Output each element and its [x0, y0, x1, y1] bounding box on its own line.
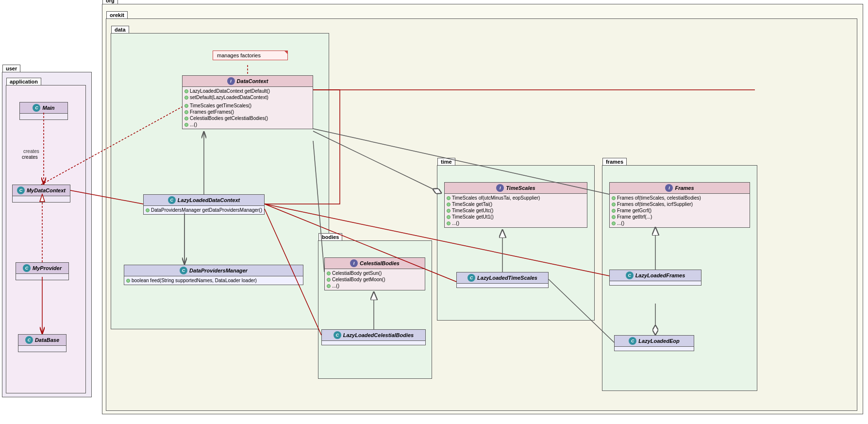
Frames-method-1: Frames of(timeScales, icrfSupplier): [612, 201, 748, 207]
LazyLoadedCelestialBodies-name: LazyLoadedCelestialBodies: [343, 332, 414, 338]
TimeScales-method-2: TimeScale getUtc(): [447, 207, 585, 214]
dot: [327, 284, 331, 288]
class-DataProvidersManager-header: C DataProvidersManager: [124, 265, 303, 276]
TimeScales-stereotype: I: [496, 184, 504, 192]
LazyLoadedCelestialBodies-stereotype: C: [334, 331, 341, 339]
class-Main-body: [20, 114, 67, 119]
TimeScales-name: TimeScales: [506, 185, 535, 191]
class-DataProvidersManager-body: boolean feed(String supportedNames, Data…: [124, 276, 303, 285]
TimeScales-method-3: TimeScale getUt1(): [447, 214, 585, 220]
class-TimeScales-header: I TimeScales: [445, 183, 587, 194]
CelestialBodies-method-1: CelestialBody getMoon(): [327, 276, 423, 283]
class-DataProvidersManager: C DataProvidersManager boolean feed(Stri…: [124, 265, 303, 285]
class-LazyLoadedDataContext: C LazyLoadedDataContext DataProvidersMan…: [143, 194, 265, 215]
DataContext-method-3: Frames getFrames(): [184, 109, 311, 115]
class-DataContext: I DataContext LazyLoadedDataContext getD…: [182, 75, 313, 129]
class-Frames-body: Frames of(timeScales, celestialBodies) F…: [610, 194, 750, 227]
dot: [612, 209, 616, 213]
class-MyProvider-header: C MyProvider: [16, 263, 68, 274]
DataContext-method-1: setDefault(LazyLoadedDataContext): [184, 94, 311, 101]
package-user-label: user: [2, 65, 20, 72]
class-CelestialBodies: I CelestialBodies CelestialBody getSun()…: [324, 257, 425, 290]
LazyLoadedTimeScales-stereotype: C: [467, 274, 475, 282]
dot: [327, 278, 331, 282]
dot: [612, 203, 616, 206]
MyDataContext-stereotype: C: [17, 187, 25, 194]
dot: [184, 96, 188, 100]
CelestialBodies-stereotype: I: [350, 259, 358, 267]
DataProvidersManager-name: DataProvidersManager: [189, 268, 248, 273]
dot: [447, 215, 451, 219]
class-TimeScales: I TimeScales TimeScales of(utcMinusTai, …: [444, 182, 587, 228]
dot: [126, 279, 130, 283]
MyProvider-name: MyProvider: [33, 265, 62, 271]
dot: [447, 196, 451, 200]
dot: [327, 271, 331, 275]
class-TimeScales-body: TimeScales of(utcMinusTai, eopSupplier) …: [445, 194, 587, 227]
TimeScales-method-0: TimeScales of(utcMinusTai, eopSupplier): [447, 195, 585, 201]
class-Main: C Main: [19, 102, 68, 120]
dot: [612, 215, 616, 219]
class-DataBase-header: C DataBase: [18, 335, 66, 346]
DataContext-method-5: ...(): [184, 121, 311, 128]
package-data-label: data: [111, 26, 129, 34]
class-Frames-header: I Frames: [610, 183, 750, 194]
class-LazyLoadedTimeScales-header: C LazyLoadedTimeScales: [457, 272, 548, 284]
MyDataContext-name: MyDataContext: [27, 187, 66, 193]
dot: [146, 208, 150, 212]
class-DataBase-body: [18, 346, 66, 352]
dot: [184, 104, 188, 108]
class-MyDataContext-header: C MyDataContext: [13, 185, 70, 196]
class-LazyLoadedEop: C LazyLoadedEop: [614, 335, 694, 351]
package-org-label: org: [102, 0, 118, 4]
creates-label: creates: [22, 154, 38, 160]
LazyLoadedDataContext-name: LazyLoadedDataContext: [178, 197, 240, 203]
class-MyProvider-body: [16, 274, 68, 280]
class-LazyLoadedCelestialBodies-header: C LazyLoadedCelestialBodies: [322, 330, 425, 341]
class-LazyLoadedEop-header: C LazyLoadedEop: [615, 336, 694, 347]
class-MyProvider: C MyProvider: [16, 262, 69, 280]
dot: [184, 89, 188, 93]
DataBase-name: DataBase: [35, 337, 59, 343]
DataContext-method-2: TimeScales getTimeScales(): [184, 102, 311, 109]
Frames-method-3: Frame getItrf(...): [612, 214, 748, 220]
DataContext-method-0: LazyLoadedDataContext getDefault(): [184, 88, 311, 94]
LazyLoadedFrames-name: LazyLoadedFrames: [635, 272, 685, 278]
class-LazyLoadedCelestialBodies: C LazyLoadedCelestialBodies: [321, 329, 426, 345]
class-Frames: I Frames Frames of(timeScales, celestial…: [609, 182, 750, 228]
package-frames-label: frames: [602, 158, 627, 166]
dot: [184, 123, 188, 127]
class-LazyLoadedDataContext-header: C LazyLoadedDataContext: [144, 195, 264, 206]
LazyLoadedFrames-stereotype: C: [626, 271, 634, 279]
class-LazyLoadedTimeScales: C LazyLoadedTimeScales: [456, 272, 549, 288]
TimeScales-method-1: TimeScale getTai(): [447, 201, 585, 207]
class-LazyLoadedDataContext-body: DataProvidersManager getDataProvidersMan…: [144, 206, 264, 214]
package-bodies-label: bodies: [318, 233, 342, 241]
class-LazyLoadedTimeScales-body: [457, 284, 548, 288]
Frames-method-4: ...(): [612, 220, 748, 226]
LazyLoadedTimeScales-name: LazyLoadedTimeScales: [477, 275, 537, 281]
CelestialBodies-method-2: ...(): [327, 283, 423, 289]
class-LazyLoadedFrames-body: [610, 281, 701, 285]
dot: [612, 221, 616, 225]
DataContext-stereotype: I: [227, 77, 235, 85]
Frames-name: Frames: [675, 185, 694, 191]
note-manages-factories: manages factories: [213, 51, 288, 60]
class-LazyLoadedFrames-header: C LazyLoadedFrames: [610, 270, 701, 281]
dot: [447, 209, 451, 213]
CelestialBodies-method-0: CelestialBody getSun(): [327, 270, 423, 276]
DataProvidersManager-method-0: boolean feed(String supportedNames, Data…: [126, 277, 301, 284]
DataContext-method-4: CelestialBodies getCelestialBodies(): [184, 115, 311, 121]
LazyLoadedEop-stereotype: C: [629, 337, 636, 345]
Frames-stereotype: I: [665, 184, 673, 192]
class-LazyLoadedCelestialBodies-body: [322, 341, 425, 345]
dot: [612, 196, 616, 200]
dot: [184, 117, 188, 120]
TimeScales-method-4: ...(): [447, 220, 585, 226]
class-CelestialBodies-body: CelestialBody getSun() CelestialBody get…: [325, 269, 425, 290]
package-application-label: application: [6, 78, 41, 85]
Frames-method-2: Frame getGcrf(): [612, 207, 748, 214]
diagram: org orekit data user application time fr…: [0, 0, 868, 424]
LazyLoadedDataContext-stereotype: C: [168, 196, 176, 204]
class-DataBase: C DataBase: [18, 334, 67, 352]
